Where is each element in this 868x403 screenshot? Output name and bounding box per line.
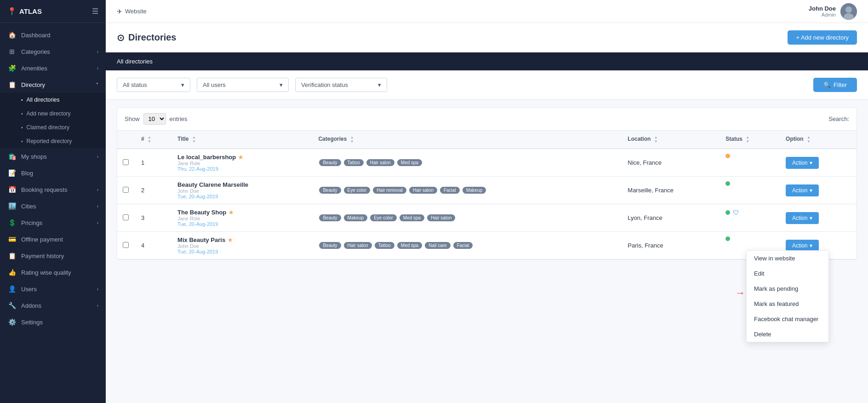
sidebar-item-users[interactable]: 👤 Users ›: [0, 281, 106, 297]
website-nav-icon: ✈: [117, 8, 122, 15]
action-button[interactable]: Action ▾: [786, 212, 819, 224]
sidebar-item-payment-history[interactable]: 📋 Payment history: [0, 248, 106, 264]
dropdown-delete[interactable]: Delete: [747, 327, 828, 342]
show-label: Show: [125, 115, 140, 122]
chevron-down-icon: ▾: [280, 81, 283, 88]
chevron-down-icon: ▾: [181, 81, 184, 88]
chevron-down-icon: ▾: [378, 81, 381, 88]
status-filter[interactable]: All status ▾: [117, 78, 190, 92]
add-new-directory-button[interactable]: + Add new directory: [788, 30, 857, 45]
chevron-down-icon: ▾: [810, 242, 812, 249]
sidebar-subitem-add-directory[interactable]: Add new directory: [0, 107, 106, 121]
col-title[interactable]: Title ▲▼: [172, 131, 313, 149]
sidebar-item-cities[interactable]: 🏙️ Cities ›: [0, 198, 106, 214]
action-button[interactable]: Action ▾: [786, 157, 819, 169]
sidebar-item-offline-payment[interactable]: 💳 Offline payment: [0, 231, 106, 248]
directory-icon: 📋: [7, 81, 17, 88]
sidebar-item-categories[interactable]: ⊞ Categories ›: [0, 43, 106, 60]
offline-payment-icon: 💳: [7, 236, 17, 243]
dropdown-facebook-chat[interactable]: Facebook chat manager: [747, 311, 828, 327]
sidebar-item-label: Booking requests: [21, 186, 67, 193]
filter-button[interactable]: 🔍 Filter: [813, 78, 857, 92]
entries-select[interactable]: 10 25 50: [143, 113, 166, 125]
col-location[interactable]: Location ▲▼: [622, 131, 720, 149]
category-tag: Hair salon: [427, 214, 455, 221]
row-checkbox[interactable]: [123, 187, 129, 193]
subitem-label: Reported directory: [27, 138, 72, 144]
listing-date: Tue, 20-Aug-2019: [177, 194, 307, 199]
website-label[interactable]: Website: [125, 8, 147, 15]
listing-user: John Doe: [177, 188, 307, 194]
sidebar-item-label: Addons: [21, 302, 41, 309]
sidebar-logo: 📍 ATLAS: [7, 7, 42, 16]
col-status[interactable]: Status ▲▼: [720, 131, 780, 149]
sidebar-item-dashboard[interactable]: 🏠 Dashboard: [0, 27, 106, 43]
sidebar-subitem-claimed[interactable]: Claimed directory: [0, 121, 106, 134]
action-button[interactable]: Action ▾: [786, 184, 819, 196]
page-content: ⊙ Directories + Add new directory All di…: [106, 23, 868, 403]
sidebar-item-settings[interactable]: ⚙️ Settings: [0, 314, 106, 330]
amenities-icon: 🧩: [7, 64, 17, 72]
action-button[interactable]: Action ▾: [786, 240, 819, 252]
chevron-right-icon: ›: [97, 66, 98, 71]
category-tag: Facial: [453, 242, 473, 249]
row-num: 2: [136, 177, 172, 204]
category-tag: Hair salon: [409, 187, 437, 194]
chevron-right-icon: ›: [97, 49, 98, 54]
row-checkbox[interactable]: [123, 242, 129, 248]
sidebar-item-addons[interactable]: 🔧 Addons ›: [0, 297, 106, 314]
dropdown-edit[interactable]: Edit: [747, 266, 828, 281]
logo-text: ATLAS: [19, 7, 42, 15]
chevron-down-icon: ▾: [810, 215, 812, 221]
sidebar-item-amenities[interactable]: 🧩 Amenities ›: [0, 60, 106, 76]
category-tag: Beauty: [319, 187, 341, 194]
chevron-right-icon: ›: [97, 187, 98, 192]
col-option[interactable]: Option ▲▼: [780, 131, 857, 149]
row-num: 1: [136, 149, 172, 177]
row-checkbox-cell: [117, 149, 136, 177]
row-title: Beauty Clarene MarseilleJohn DoeTue, 20-…: [172, 177, 313, 204]
cities-icon: 🏙️: [7, 202, 17, 210]
sidebar-subitem-all-directories[interactable]: All directories: [0, 93, 106, 107]
sidebar-item-blog[interactable]: 📝 Blog: [0, 165, 106, 181]
sidebar-item-label: Dashboard: [21, 32, 51, 39]
sidebar-item-booking[interactable]: 📅 Booking requests ›: [0, 181, 106, 198]
table-row: 2Beauty Clarene MarseilleJohn DoeTue, 20…: [117, 177, 857, 204]
row-checkbox[interactable]: [123, 214, 129, 220]
category-tag: Eye color: [344, 187, 371, 194]
sidebar-item-label: Pricings: [21, 219, 42, 226]
svg-point-1: [845, 6, 852, 13]
listing-user: Jane Role: [177, 216, 307, 221]
sidebar-nav: 🏠 Dashboard ⊞ Categories › 🧩 Amenities ›…: [0, 23, 106, 403]
booking-icon: 📅: [7, 186, 17, 193]
category-tag: Med spa: [397, 159, 422, 166]
col-categories[interactable]: Categories ▲▼: [313, 131, 622, 149]
sidebar-item-directory[interactable]: 📋 Directory ˅: [0, 76, 106, 93]
dropdown-view-website[interactable]: View in website: [747, 251, 828, 266]
row-checkbox[interactable]: [123, 159, 129, 165]
action-dropdown-menu: View in website Edit Mark as pending Mar…: [746, 250, 829, 342]
topbar-right: John Doe Admin: [809, 3, 857, 20]
row-location: Lyon, France: [622, 204, 720, 232]
dropdown-mark-featured[interactable]: Mark as featured: [747, 296, 828, 311]
verification-filter[interactable]: Verification status ▾: [295, 78, 387, 92]
sidebar-subitem-reported[interactable]: Reported directory: [0, 134, 106, 148]
col-num[interactable]: # ▲▼: [136, 131, 172, 149]
row-checkbox-cell: [117, 177, 136, 204]
user-name: John Doe: [809, 5, 836, 12]
sidebar-item-rating[interactable]: 👍 Rating wise quality: [0, 264, 106, 281]
subitem-label: All directories: [27, 97, 60, 103]
sidebar-item-pricings[interactable]: 💲 Pricings ›: [0, 214, 106, 231]
users-filter[interactable]: All users ▾: [197, 78, 289, 92]
payment-history-icon: 📋: [7, 252, 17, 259]
filter-icon: 🔍: [823, 81, 831, 88]
dropdown-mark-pending[interactable]: Mark as pending: [747, 281, 828, 296]
sidebar-item-label: Blog: [21, 170, 33, 177]
dark-bar: All directories: [106, 52, 868, 70]
sidebar: 📍 ATLAS ☰ 🏠 Dashboard ⊞ Categories › 🧩 A…: [0, 0, 106, 403]
hamburger-icon[interactable]: ☰: [92, 7, 98, 16]
sidebar-header: 📍 ATLAS ☰: [0, 0, 106, 23]
sidebar-item-myshops[interactable]: 🛍️ My shops ›: [0, 148, 106, 165]
sidebar-item-label: Amenities: [21, 65, 47, 72]
category-tag: Beauty: [319, 159, 341, 166]
